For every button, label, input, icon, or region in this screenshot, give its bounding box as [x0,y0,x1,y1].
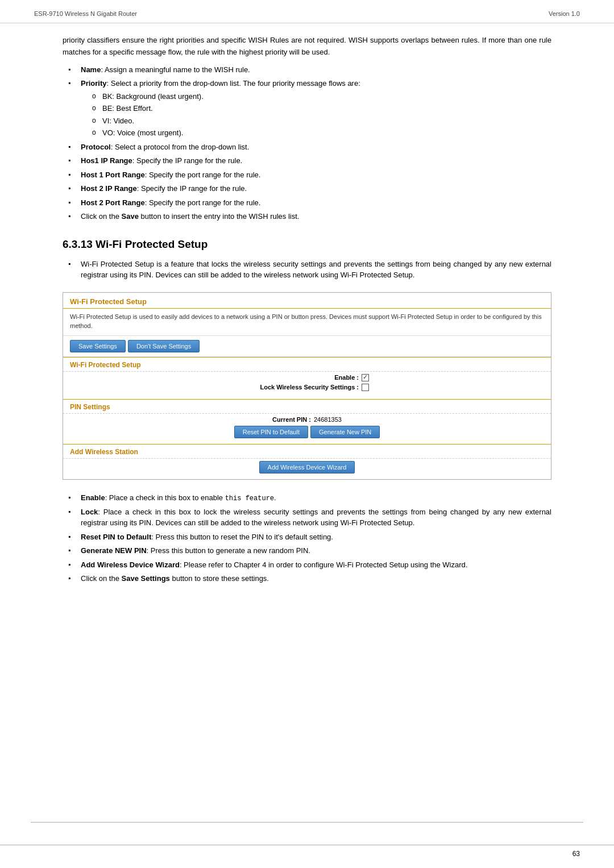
dont-save-settings-button[interactable]: Don't Save Settings [128,340,200,352]
enable-row: Enable : [70,374,544,381]
bullet-save-settings: Click on the Save Settings button to sto… [68,573,551,584]
header-left: ESR-9710 Wireless N Gigabit Router [34,10,137,17]
bullet-enable-label: Enable [81,493,105,502]
intro-paragraph: priority classifiers ensure the right pr… [63,35,551,59]
wps-inner-fields: Enable : Lock Wireless Security Settings… [63,371,551,399]
wps-top-buttons: Save Settings Don't Save Settings [63,336,551,357]
bullet-host1ip-label: Hos1 IP Range [81,156,132,165]
sub-be: BE: Best Effort. [92,103,551,114]
pin-settings-title: PIN Settings [63,400,551,413]
section-number: 6.3.13 [63,238,93,250]
section-intro-list: Wi-Fi Protected Setup is a feature that … [63,259,551,281]
wps-ui-box: Wi-Fi Protected Setup Wi-Fi Protected Se… [63,292,551,480]
bullet-lock: Lock: Place a check in this box to lock … [68,506,551,529]
section-title: Wi-Fi Protected Setup [96,238,208,250]
bullet-name-label: Name [81,65,101,74]
generate-pin-button[interactable]: Generate New PIN [310,426,380,438]
bullet-save-bold: Save [122,212,139,221]
sub-vo: VO: Voice (most urgent). [92,127,551,139]
pin-settings-section: PIN Settings Current PIN : 24681353 Rese… [63,399,551,444]
priority-sub-list: BK: Background (least urgent). BE: Best … [81,91,551,139]
bullet-host2port-label: Host 2 Port Range [81,198,145,207]
bullet-enable: Enable: Place a check in this box to ena… [68,492,551,504]
bullet-generate-pin: Generate NEW PIN: Press this button to g… [68,545,551,556]
bullet-wizard: Add Wireless Device Wizard: Please refer… [68,559,551,571]
bullet-host1ip: Hos1 IP Range: Specify the IP range for … [68,155,551,167]
footer-line [31,822,583,823]
wps-box-title: Wi-Fi Protected Setup [63,293,551,309]
lock-checkbox[interactable] [362,384,369,391]
save-settings-button[interactable]: Save Settings [70,340,126,352]
lock-label: Lock Wireless Security Settings : [245,384,359,391]
reset-pin-button[interactable]: Reset PIN to Default [234,426,308,438]
bullet-save-settings-bold: Save Settings [122,574,170,583]
sub-bk: BK: Background (least urgent). [92,91,551,102]
page-footer [0,845,614,851]
bullet-reset-pin-label: Reset PIN to Default [81,533,151,541]
bullet-name: Name: Assign a meaningful name to the WI… [68,64,551,76]
bullet-priority: Priority: Select a priority from the dro… [68,78,551,139]
bullet-wizard-label: Add Wireless Device Wizard [81,560,180,569]
current-pin-value: 24681353 [314,416,342,423]
sub-vi: VI: Video. [92,115,551,127]
bullet-host2port: Host 2 Port Range: Specify the port rang… [68,197,551,209]
lock-row: Lock Wireless Security Settings : [70,384,544,391]
bullet-save: Click on the Save button to insert the e… [68,211,551,222]
section-intro-bullet: Wi-Fi Protected Setup is a feature that … [68,259,551,281]
bullet-host1port-label: Host 1 Port Range [81,171,145,179]
bullet-generate-pin-label: Generate NEW PIN [81,546,147,555]
page-content: priority classifiers ensure the right pr… [0,23,614,613]
bullet-reset-pin: Reset PIN to Default: Press this button … [68,531,551,543]
pin-fields: Current PIN : 24681353 Reset PIN to Defa… [63,413,551,444]
bullet-protocol: Protocol: Select a protocol from the dro… [68,142,551,153]
add-wireless-title: Add Wireless Station [63,445,551,458]
page-number: 63 [572,850,580,858]
header-right: Version 1.0 [549,10,580,17]
add-wireless-wizard-button[interactable]: Add Wireless Device Wizard [259,461,355,474]
wps-inner-title: Wi-Fi Protected Setup [63,358,551,371]
enable-value [362,374,369,381]
bullet-host2ip-label: Host 2 IP Range [81,184,137,193]
current-pin-label: Current PIN : [272,416,311,423]
wish-bullets: Name: Assign a meaningful name to the WI… [63,64,551,222]
bottom-bullets: Enable: Place a check in this box to ena… [63,492,551,584]
enable-checkbox[interactable] [362,374,369,381]
bullet-host2ip: Host 2 IP Range: Specify the IP range fo… [68,183,551,194]
wps-box-desc: Wi-Fi Protected Setup is used to easily … [63,309,551,336]
lock-value [362,384,369,391]
bullet-priority-label: Priority [81,79,107,88]
add-wireless-fields: Add Wireless Device Wizard [63,458,551,479]
pin-buttons-row: Reset PIN to Default Generate New PIN [70,426,544,438]
page-header: ESR-9710 Wireless N Gigabit Router Versi… [0,0,614,23]
wps-inner-section: Wi-Fi Protected Setup Enable : Lock Wire… [63,357,551,399]
current-pin-row: Current PIN : 24681353 [70,416,544,423]
add-wireless-section: Add Wireless Station Add Wireless Device… [63,444,551,479]
bullet-protocol-label: Protocol [81,143,111,151]
section-heading: 6.3.13 Wi-Fi Protected Setup [63,238,551,251]
bullet-lock-label: Lock [81,508,98,516]
enable-label: Enable : [245,374,359,381]
bullet-host1port: Host 1 Port Range: Specify the port rang… [68,169,551,181]
